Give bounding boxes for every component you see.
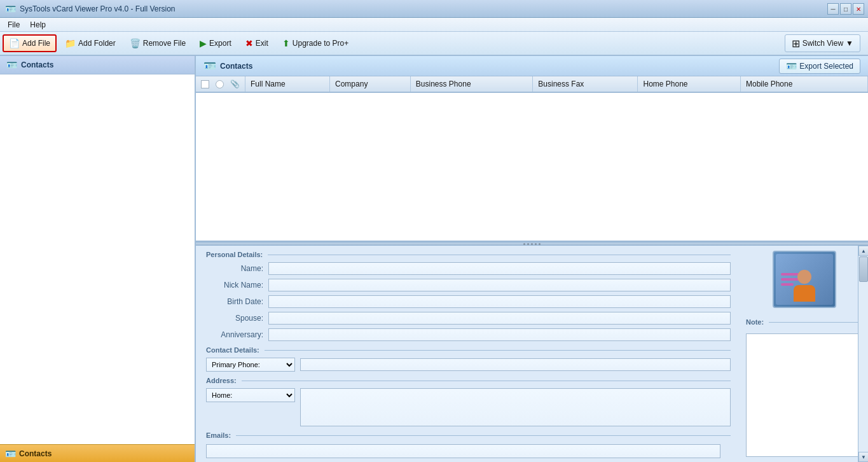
anniversary-input[interactable] [268,328,731,341]
avatar-person [794,270,815,302]
remove-file-icon: 🗑️ [130,38,141,48]
main-layout: 🪪 Contacts 🪪 Contacts 🪪 Contacts 🪪 Expor… [0,56,868,462]
switch-view-chevron: ▼ [846,39,853,48]
menu-help[interactable]: Help [25,19,51,31]
personal-details-section-label: Personal Details: [206,251,731,258]
contacts-panel-title: Contacts [220,62,252,71]
bottom-tab-bar: 🪪 Contacts [0,444,195,462]
contacts-tab-icon: 🪪 [5,449,16,459]
col-header-company: Company [330,76,411,92]
address-textarea[interactable] [300,388,731,426]
resize-dot [539,243,541,245]
resize-dot [523,243,525,245]
maximize-button[interactable]: □ [840,3,851,15]
left-panel: 🪪 Contacts 🪪 Contacts [0,56,196,462]
upgrade-button[interactable]: ⬆ Upgrade to Pro+ [277,34,354,52]
spouse-field-row: Spouse: [206,312,731,325]
contacts-tab[interactable]: 🪪 Contacts [5,449,52,459]
left-panel-title: Contacts [21,60,53,69]
select-all-checkbox[interactable] [201,80,209,88]
name-input[interactable] [268,262,731,275]
left-panel-header: 🪪 Contacts [0,56,195,74]
person-head [797,270,811,284]
phone-row: Primary Phone: Home Phone: Work Phone: M… [206,358,731,372]
switch-view-label: Switch View [803,39,843,48]
resize-dots [523,243,541,245]
upgrade-label: Upgrade to Pro+ [293,39,348,48]
col-header-fullname: Full Name [245,76,330,92]
add-file-button[interactable]: 📄 Add File [3,34,57,52]
col-header-business-fax: Business Fax [533,76,638,92]
exit-icon: ✖ [245,38,253,48]
phone-input[interactable] [300,358,731,371]
add-folder-button[interactable]: 📁 Add Folder [59,34,121,52]
address-section-label: Address: [206,377,731,384]
note-section-label: Note: [746,318,863,326]
nickname-label: Nick Name: [206,281,263,290]
export-button[interactable]: ▶ Export [194,34,237,52]
menu-file[interactable]: File [3,19,25,31]
contacts-tab-label: Contacts [19,449,52,458]
address-row: Home: Work: Other: [206,388,731,426]
note-textarea[interactable] [746,333,863,457]
anniversary-field-row: Anniversary: [206,328,731,341]
export-selected-label: Export Selected [799,62,853,71]
scroll-up-button[interactable]: ▲ [858,246,868,256]
resize-dot [535,243,537,245]
contacts-header-icon: 🪪 [6,60,17,70]
window-controls: ─ □ ✕ [827,3,864,15]
birthdate-input[interactable] [268,295,731,308]
nickname-field-row: Nick Name: [206,279,731,291]
details-area: Personal Details: Name: Nick Name: Birth… [196,246,868,462]
right-panel: 🪪 Contacts 🪪 Export Selected [196,56,868,462]
upgrade-icon: ⬆ [282,38,290,48]
spouse-input[interactable] [268,312,731,325]
exit-button[interactable]: ✖ Exit [240,34,274,52]
contacts-panel-icon: 🪪 [203,60,216,72]
email-input[interactable] [206,444,720,458]
phone-type-select[interactable]: Primary Phone: Home Phone: Work Phone: M… [206,358,295,372]
contact-avatar [773,251,836,308]
details-right-panel: Note: [741,246,868,462]
add-file-icon: 📄 [9,38,20,48]
switch-view-button[interactable]: ⊞ Switch View ▼ [785,34,860,52]
details-scrollbar[interactable]: ▲ ▼ [858,246,868,462]
resize-dot [531,243,533,245]
contacts-panel-title-group: 🪪 Contacts [203,60,252,72]
avatar-card [776,254,833,305]
col-header-mobile-phone: Mobile Phone [741,76,868,92]
close-button[interactable]: ✕ [853,3,864,15]
contacts-panel-header: 🪪 Contacts 🪪 Export Selected [196,56,868,76]
left-panel-content [0,74,195,444]
exit-label: Exit [256,39,268,48]
col-header-home-phone: Home Phone [638,76,741,92]
remove-file-button[interactable]: 🗑️ Remove File [124,34,191,52]
nickname-input[interactable] [268,279,731,291]
scroll-down-button[interactable]: ▼ [858,452,868,462]
export-selected-button[interactable]: 🪪 Export Selected [779,59,860,74]
title-bar: 🪪 SysTools vCard Viewer Pro v4.0 - Full … [0,0,868,18]
toolbar: 📄 Add File 📁 Add Folder 🗑️ Remove File ▶… [0,32,868,56]
emails-section-label: Emails: [206,431,731,439]
col-header-business-phone: Business Phone [410,76,532,92]
add-folder-label: Add Folder [78,39,116,48]
avatar-line-3 [781,283,794,286]
address-type-select[interactable]: Home: Work: Other: [206,388,295,402]
scroll-thumb[interactable] [859,256,868,282]
contacts-table-area: 📎 Full Name Company Business Phone Busin… [196,76,868,242]
minimize-button[interactable]: ─ [827,3,839,15]
resize-dot [527,243,529,245]
add-folder-icon: 📁 [65,38,76,48]
remove-file-label: Remove File [143,39,186,48]
select-radio[interactable] [216,80,224,88]
contacts-table: 📎 Full Name Company Business Phone Busin… [196,76,868,93]
app-icon: 🪪 [5,4,16,14]
name-label: Name: [206,264,263,273]
export-label: Export [209,39,231,48]
scroll-track [858,256,868,452]
table-header-row: 📎 Full Name Company Business Phone Busin… [196,76,868,92]
name-field-row: Name: [206,262,731,275]
birthdate-label: Birth Date: [206,297,263,306]
contact-details-section-label: Contact Details: [206,346,731,354]
menu-bar: File Help [0,18,868,32]
